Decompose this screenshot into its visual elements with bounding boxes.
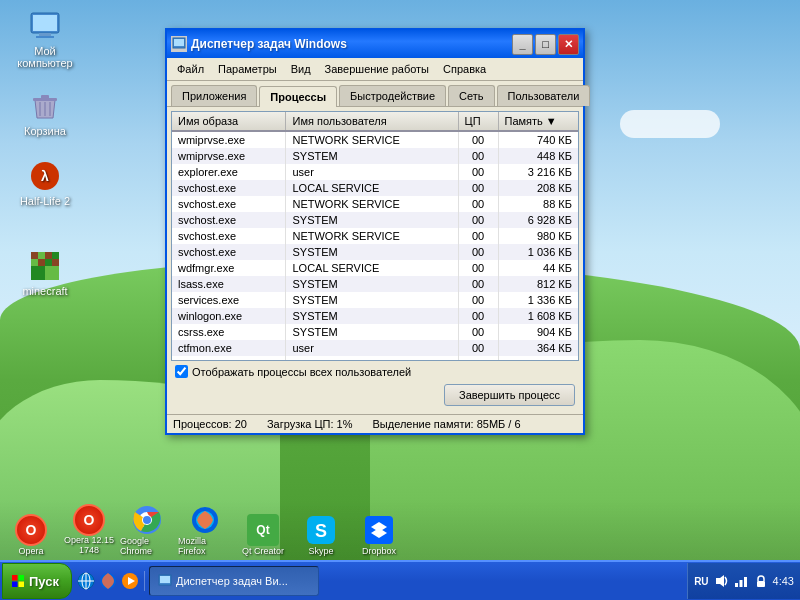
process-cpu: 00 [458, 228, 498, 244]
menu-file[interactable]: Файл [171, 61, 210, 77]
tray-security-icon[interactable] [753, 573, 769, 589]
table-row[interactable]: svchost.exe NETWORK SERVICE 00 980 КБ [172, 228, 578, 244]
chrome-icon-img [131, 504, 163, 536]
process-mem: 1 336 КБ [498, 292, 578, 308]
desktop-icon-half-life2[interactable]: λ Half-Life 2 [10, 160, 80, 207]
taskbar-opera2-icon[interactable]: O Opera 12.151748 [62, 504, 116, 556]
process-mem: 904 КБ [498, 324, 578, 340]
process-cpu: 00 [458, 212, 498, 228]
desktop: Мой компьютер Корзина λ Half-Life 2 [0, 0, 800, 600]
window-title: Диспетчер задач Windows [191, 37, 508, 51]
window-icon [171, 36, 187, 52]
process-user: SYSTEM [286, 244, 458, 260]
svg-rect-1 [33, 15, 57, 31]
process-user: SYSTEM [286, 276, 458, 292]
tab-network[interactable]: Сеть [448, 85, 494, 106]
quick-launch-ie[interactable] [76, 571, 96, 591]
svg-rect-5 [41, 95, 49, 99]
opera1-icon-img: O [15, 514, 47, 546]
table-row[interactable]: wdfmgr.exe LOCAL SERVICE 00 44 КБ [172, 260, 578, 276]
recycle-bin-label: Корзина [24, 125, 66, 137]
table-row[interactable]: explorer.exe user 00 3 216 КБ [172, 164, 578, 180]
process-cpu: 00 [458, 260, 498, 276]
table-row[interactable]: wmiprvse.exe SYSTEM 00 448 КБ [172, 148, 578, 164]
taskbar-qt-icon[interactable]: Qt Qt Creator [236, 514, 290, 556]
tab-users[interactable]: Пользователи [497, 85, 591, 106]
process-cpu: 00 [458, 131, 498, 148]
table-row[interactable]: svchost.exe SYSTEM 00 6 928 КБ [172, 212, 578, 228]
process-name: svchost.exe [172, 212, 286, 228]
tray-network-icon[interactable] [733, 573, 749, 589]
start-button[interactable]: Пуск [2, 563, 72, 599]
quick-launch-media[interactable] [120, 571, 140, 591]
menu-shutdown[interactable]: Завершение работы [319, 61, 435, 77]
process-user: SYSTEM [286, 292, 458, 308]
svg-marker-44 [716, 575, 724, 587]
col-user[interactable]: Имя пользователя [286, 112, 458, 131]
table-row[interactable]: services.exe SYSTEM 00 1 336 КБ [172, 292, 578, 308]
table-row[interactable]: wmiprvse.exe NETWORK SERVICE 00 740 КБ [172, 131, 578, 148]
taskbar-firefox-icon[interactable]: Mozilla Firefox [178, 504, 232, 556]
process-cpu: 00 [458, 308, 498, 324]
process-name: services.exe [172, 292, 286, 308]
process-mem: 980 КБ [498, 228, 578, 244]
maximize-button[interactable]: □ [535, 34, 556, 55]
desktop-icon-minecraft[interactable]: minecraft [10, 250, 80, 297]
chrome-label: Google Chrome [120, 536, 174, 556]
desktop-icon-my-computer[interactable]: Мой компьютер [10, 10, 80, 69]
process-user: LOCAL SERVICE [286, 260, 458, 276]
recycle-bin-icon [29, 90, 61, 122]
table-row[interactable]: svchost.exe LOCAL SERVICE 00 208 КБ [172, 180, 578, 196]
taskbar-skype-icon[interactable]: S Skype [294, 514, 348, 556]
tab-applications[interactable]: Приложения [171, 85, 257, 106]
window-controls: _ □ ✕ [512, 34, 579, 55]
taskbar-chrome-icon[interactable]: Google Chrome [120, 504, 174, 556]
end-process-row: Завершить процесс [171, 382, 579, 410]
end-process-button[interactable]: Завершить процесс [444, 384, 575, 406]
svg-rect-31 [12, 575, 18, 581]
tab-performance[interactable]: Быстродействие [339, 85, 446, 106]
my-computer-icon [29, 10, 61, 42]
svg-rect-33 [12, 582, 18, 588]
quick-launch-firefox[interactable] [98, 571, 118, 591]
close-button[interactable]: ✕ [558, 34, 579, 55]
menu-view[interactable]: Вид [285, 61, 317, 77]
desktop-icon-recycle-bin[interactable]: Корзина [10, 90, 80, 137]
taskbar: Пуск [0, 560, 800, 600]
svg-rect-13 [45, 266, 59, 280]
taskbar-opera1-icon[interactable]: O Opera [4, 514, 58, 556]
taskbar-dropbox-icon[interactable]: Dropbox [352, 514, 406, 556]
windows-logo-icon [11, 574, 25, 588]
title-bar: Диспетчер задач Windows _ □ ✕ [167, 30, 583, 58]
tray-volume-icon[interactable] [713, 573, 729, 589]
firefox-label: Mozilla Firefox [178, 536, 232, 556]
table-row[interactable]: svchost.exe SYSTEM 00 1 036 КБ [172, 244, 578, 260]
process-table-container[interactable]: Имя образа Имя пользователя ЦП Память ▼ … [171, 111, 579, 361]
tab-processes[interactable]: Процессы [259, 86, 337, 107]
taskbar-active-app[interactable]: Диспетчер задач Ви... [149, 566, 319, 596]
table-row[interactable]: ctfmon.exe user 00 364 КБ [172, 340, 578, 356]
process-name: svchost.exe [172, 228, 286, 244]
quick-launch [72, 571, 145, 591]
show-all-users-checkbox[interactable] [175, 365, 188, 378]
process-table: Имя образа Имя пользователя ЦП Память ▼ … [172, 112, 578, 361]
my-computer-label: Мой компьютер [10, 45, 80, 69]
table-row[interactable]: csrss.exe SYSTEM 00 904 КБ [172, 324, 578, 340]
table-row[interactable]: svchost.exe NETWORK SERVICE 00 88 КБ [172, 196, 578, 212]
table-row[interactable]: lsass.exe SYSTEM 00 812 КБ [172, 276, 578, 292]
minimize-button[interactable]: _ [512, 34, 533, 55]
process-area: Имя образа Имя пользователя ЦП Память ▼ … [167, 107, 583, 414]
table-row[interactable]: winlogon.exe SYSTEM 00 1 608 КБ [172, 308, 578, 324]
col-cpu[interactable]: ЦП [458, 112, 498, 131]
tray-language: RU [694, 576, 708, 587]
process-cpu: 00 [458, 164, 498, 180]
menu-params[interactable]: Параметры [212, 61, 283, 77]
col-mem[interactable]: Память ▼ [498, 112, 578, 131]
svg-rect-46 [739, 580, 742, 587]
menu-bar: Файл Параметры Вид Завершение работы Спр… [167, 58, 583, 81]
col-name[interactable]: Имя образа [172, 112, 286, 131]
process-name: wmiprvse.exe [172, 131, 286, 148]
process-mem: 3 216 КБ [498, 164, 578, 180]
menu-help[interactable]: Справка [437, 61, 492, 77]
process-cpu: 00 [458, 324, 498, 340]
